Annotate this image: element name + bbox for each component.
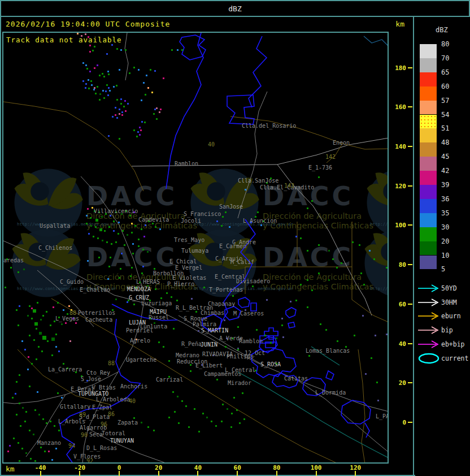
road-number-label: 88	[69, 310, 76, 316]
marker-glyph	[417, 283, 441, 294]
radar-echo-pixel	[140, 129, 142, 131]
radar-echo-pixel	[57, 392, 59, 394]
y-axis-tick-mark	[408, 304, 412, 305]
radar-echo-pixel	[341, 262, 342, 264]
radar-echo-pixel	[85, 87, 86, 89]
x-axis-tick-mark	[79, 471, 80, 476]
radar-echo-pixel	[154, 109, 156, 110]
blue-map-line	[365, 423, 369, 438]
radar-echo-pixel	[58, 430, 60, 431]
radar-echo-pixel	[354, 335, 355, 336]
radar-echo-pixel	[225, 346, 227, 348]
map-place-label: Cacheuta	[85, 317, 112, 323]
radar-echo-pixel	[40, 447, 42, 448]
radar-echo-pixel	[107, 71, 109, 72]
radar-echo-pixel	[18, 271, 19, 273]
map-place-label: S_Francisco	[184, 211, 221, 217]
dbz-scale-value-label: 5	[441, 266, 445, 272]
map-place-label: Gltallary	[60, 404, 90, 410]
y-axis-tick-mark	[408, 146, 412, 147]
radar-echo-pixel	[54, 425, 55, 427]
radar-echo-pixel	[115, 241, 117, 243]
y-axis-tick-mark	[408, 106, 412, 107]
radar-echo-pixel	[29, 335, 31, 336]
dbz-scale-value-label: 80	[441, 41, 449, 47]
navy-map-line	[364, 36, 388, 46]
radar-echo-pixel	[13, 438, 15, 439]
radar-echo-pixel	[131, 267, 133, 269]
radar-echo-pixel	[37, 302, 38, 304]
y-axis-tick-mark	[408, 422, 412, 423]
road-number-label: 96	[101, 422, 107, 427]
radar-echo-pixel	[185, 405, 187, 407]
radar-echo-pixel	[225, 211, 227, 213]
radar-echo-pixel	[300, 237, 302, 239]
radar-echo-pixel	[18, 324, 19, 326]
radar-echo-pixel	[337, 340, 338, 342]
radar-echo-pixel	[237, 349, 239, 350]
map-place-label: L_Arboleda	[96, 397, 130, 403]
map-place-label: Phillips	[227, 354, 254, 360]
marker-glyph	[417, 353, 441, 364]
radar-echo-pixel	[111, 44, 113, 46]
radar-echo-pixel	[233, 397, 235, 399]
timestamp-label: 2026/02/16 19:04:00 UTC Composite	[6, 20, 170, 28]
radar-echo-pixel	[19, 305, 20, 307]
radar-echo-pixel	[16, 309, 18, 311]
radar-echo-pixel	[222, 404, 224, 405]
radar-echo-pixel	[10, 267, 12, 269]
radar-echo-pixel	[120, 103, 122, 105]
radar-echo-pixel	[95, 219, 98, 222]
map-place-label: Mirador	[228, 380, 251, 386]
dbz-scale-value-label: 48	[441, 139, 449, 146]
radar-echo-pixel	[109, 90, 111, 92]
radar-echo-pixel	[121, 114, 123, 116]
map-place-label: E_Violetas	[172, 275, 206, 281]
map-place-label: E_Libert	[195, 363, 223, 369]
radar-echo-pixel	[190, 370, 192, 372]
radar-echo-pixel	[111, 243, 112, 245]
radar-echo-pixel	[50, 421, 51, 422]
radar-echo-pixel	[232, 295, 234, 297]
radar-map[interactable]: Track data not available DACCDirección d…	[2, 32, 389, 464]
radar-echo-pixel	[181, 49, 183, 51]
radar-echo-pixel	[102, 240, 103, 241]
radar-echo-pixel	[270, 342, 272, 344]
radar-echo-pixel	[173, 328, 175, 330]
radar-echo-pixel	[139, 127, 141, 128]
dbz-scale-swatch	[420, 171, 437, 185]
radar-echo-pixel	[108, 73, 110, 75]
radar-echo-pixel	[116, 48, 118, 50]
radar-echo-pixel	[115, 298, 117, 300]
radar-echo-pixel	[276, 337, 277, 339]
map-place-label: Capdevila	[138, 217, 169, 223]
radar-echo-pixel	[55, 334, 57, 335]
radar-echo-pixel	[88, 233, 90, 235]
eburn-arrow-icon	[417, 310, 441, 324]
radar-echo-pixel	[141, 121, 143, 123]
blue-map-line	[326, 371, 334, 380]
radar-echo-pixel	[373, 258, 375, 260]
marker-legend-label: eburn	[441, 313, 461, 320]
y-axis-tick-label: 140	[389, 143, 406, 150]
y-axis-tick-label: 80	[389, 261, 406, 269]
radar-echo-pixel	[5, 287, 6, 288]
radar-echo-pixel	[163, 77, 164, 79]
radar-echo-pixel	[113, 230, 115, 232]
map-place-label: Ramblon	[239, 339, 263, 344]
track-status-message: Track data not available	[6, 36, 122, 44]
map-place-label: JUNIN	[201, 342, 217, 348]
radar-echo-pixel	[325, 329, 327, 331]
radar-echo-pixel	[154, 268, 155, 270]
radar-echo-pixel	[106, 53, 108, 55]
radar-echo-pixel	[245, 189, 246, 191]
radar-echo-pixel	[138, 245, 140, 247]
y-axis-tick-mark	[408, 343, 412, 344]
map-place-label: Medrano	[176, 353, 199, 358]
dbz-scale-swatch	[420, 115, 437, 129]
y-axis-tick-label: 180	[389, 64, 406, 72]
legend-panel: dBZ 80706560575451484542393635302010550Y…	[415, 17, 470, 476]
radar-echo-pixel	[47, 340, 49, 342]
radar-echo-pixel	[237, 326, 239, 328]
radar-echo-pixel	[359, 244, 360, 246]
